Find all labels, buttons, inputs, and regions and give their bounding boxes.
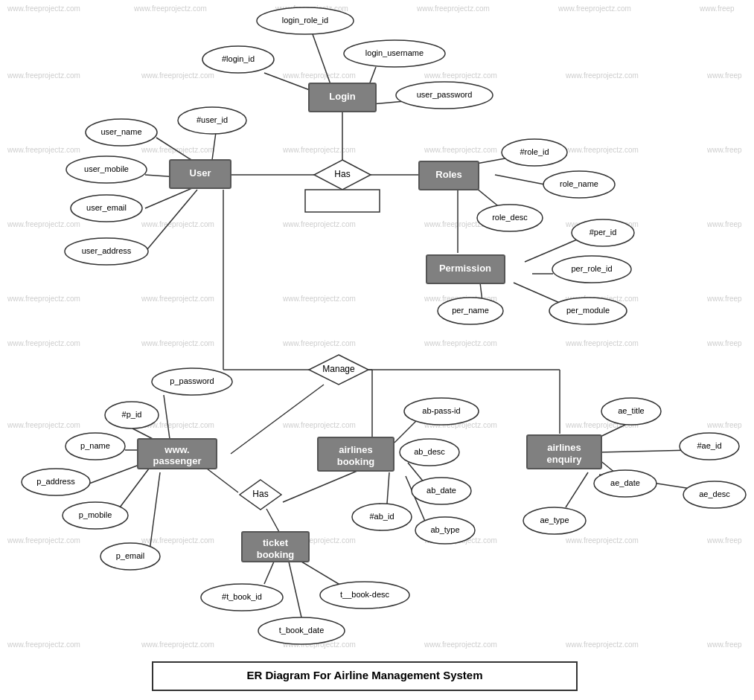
attr-p-id-label: #p_id bbox=[122, 410, 142, 419]
attr-user-password-label: user_password bbox=[417, 90, 473, 99]
attr-ab-desc-label: ab_desc bbox=[414, 447, 445, 456]
attr-per-module-label: per_module bbox=[566, 306, 610, 315]
watermark: www.freeprojectz.com bbox=[7, 4, 80, 13]
watermark: www.freeprojectz.com bbox=[7, 339, 80, 347]
attr-user-id-label: #user_id bbox=[197, 115, 228, 124]
line-user-useraddress bbox=[147, 190, 197, 249]
watermark: www.freeprojectz.com bbox=[424, 640, 497, 649]
attr-p-address-label: p_address bbox=[36, 477, 75, 486]
line-ticket-tbookdate bbox=[289, 562, 301, 617]
attr-p-email-label: p_email bbox=[116, 551, 145, 560]
attr-login-role-id-label: login_role_id bbox=[282, 16, 328, 25]
watermark: www.freep bbox=[699, 4, 735, 13]
watermark: www.freep bbox=[706, 146, 742, 154]
watermark: www.freeprojectz.com bbox=[416, 4, 490, 13]
diagram-title: ER Diagram For Airline Management System bbox=[246, 669, 482, 681]
attr-ae-desc-label: ae_desc bbox=[699, 489, 730, 498]
watermark: www.freeprojectz.com bbox=[282, 421, 356, 429]
attr-ae-date-label: ae_date bbox=[610, 478, 640, 487]
attr-login-id-label: #login_id bbox=[222, 54, 255, 63]
watermark: www.freeprojectz.com bbox=[133, 4, 207, 13]
line-book-abid bbox=[387, 472, 389, 504]
watermark: www.freep bbox=[706, 71, 742, 80]
line-user-useremail bbox=[145, 186, 197, 208]
line-booking-has2 bbox=[283, 471, 357, 502]
attr-ae-title-label: ae_title bbox=[618, 406, 644, 415]
watermark: www.freeprojectz.com bbox=[141, 71, 214, 80]
attr-role-name-label: role_name bbox=[560, 179, 598, 188]
watermark: www.freeprojectz.com bbox=[282, 295, 356, 303]
diamond-manage-label: Manage bbox=[322, 364, 355, 374]
watermark: www.freeprojectz.com bbox=[141, 146, 214, 154]
attr-ae-type-label: ae_type bbox=[540, 516, 569, 524]
diamond-has1-label: Has bbox=[334, 169, 350, 179]
attr-ab-date-label: ab_date bbox=[426, 486, 456, 495]
watermark: www.freeprojectz.com bbox=[7, 220, 80, 228]
watermark: www.freep bbox=[706, 339, 742, 347]
entity-login-label: Login bbox=[329, 91, 355, 102]
entity-passenger-label2: passenger bbox=[153, 455, 201, 466]
entity-roles-label: Roles bbox=[435, 169, 461, 180]
entity-ticket-booking-label1: ticket bbox=[263, 537, 289, 548]
attr-t-book-date-label: t_book_date bbox=[279, 626, 325, 635]
watermark: www.freeprojectz.com bbox=[424, 339, 497, 347]
attr-ae-id-label: #ae_id bbox=[697, 441, 721, 450]
attr-p-mobile-label: p_mobile bbox=[79, 510, 112, 519]
watermark: www.freeprojectz.com bbox=[7, 71, 80, 80]
attr-user-mobile-label: user_mobile bbox=[84, 164, 129, 173]
attr-t-book-id-label: #t_book_id bbox=[222, 592, 262, 601]
watermark: www.freeprojectz.com bbox=[7, 536, 80, 545]
entity-passenger-label1: www. bbox=[164, 444, 189, 455]
attr-user-name-label: user_name bbox=[100, 127, 141, 136]
watermark: www.freep bbox=[706, 640, 742, 649]
watermark: www.freeprojectz.com bbox=[282, 220, 356, 228]
watermark: www.freeprojectz.com bbox=[7, 640, 80, 649]
watermark: www.freeprojectz.com bbox=[7, 295, 80, 303]
entity-airlines-enquiry-label1: airlines bbox=[547, 442, 581, 453]
attr-ab-type-label: ab_type bbox=[430, 525, 459, 534]
watermark: www.freeprojectz.com bbox=[7, 146, 80, 154]
entity-airlines-booking-label1: airlines bbox=[339, 444, 373, 455]
watermark: www.freeprojectz.com bbox=[565, 536, 639, 545]
watermark: www.freeprojectz.com bbox=[565, 640, 639, 649]
watermark: www.freeprojectz.com bbox=[7, 421, 80, 429]
entity-permission-label: Permission bbox=[439, 263, 491, 274]
watermark: www.freeprojectz.com bbox=[282, 339, 356, 347]
attr-user-email-label: user_email bbox=[86, 203, 127, 212]
watermark: www.freeprojectz.com bbox=[565, 339, 639, 347]
line-has2-ticket bbox=[266, 509, 279, 532]
line-pass-ppassword bbox=[164, 395, 170, 439]
watermark: www.freeprojectz.com bbox=[141, 220, 214, 228]
attr-t-book-desc-label: t__book-desc bbox=[340, 590, 390, 599]
attr-per-name-label: per_name bbox=[452, 306, 489, 315]
watermark: www.freeprojectz.com bbox=[424, 146, 497, 154]
line-enq-aetype bbox=[566, 472, 588, 507]
attr-ab-pass-id-label: ab-pass-id bbox=[422, 406, 460, 415]
attr-ab-id-label: #ab_id bbox=[369, 512, 394, 521]
attr-role-desc-label: role_desc bbox=[492, 213, 528, 222]
line-manage-passenger bbox=[231, 385, 324, 454]
line-ticket-tbookid bbox=[264, 562, 274, 584]
watermark: www.freeprojectz.com bbox=[141, 339, 214, 347]
line-roles-rolename bbox=[495, 175, 545, 184]
watermark: www.freep bbox=[706, 295, 742, 303]
entity-airlines-enquiry-label2: enquiry bbox=[547, 454, 583, 465]
attr-role-id-label: #role_id bbox=[520, 147, 549, 156]
watermark: www.freeprojectz.com bbox=[557, 4, 631, 13]
line-enq-aeid bbox=[599, 450, 692, 452]
watermark: www.freeprojectz.com bbox=[282, 146, 356, 154]
watermark: www.freep bbox=[706, 536, 742, 545]
watermark: www.freep bbox=[706, 220, 742, 228]
watermark: www.freeprojectz.com bbox=[424, 71, 497, 80]
attr-login-username-label: login_username bbox=[365, 48, 424, 57]
attr-p-password-label: p_password bbox=[170, 376, 214, 385]
watermark: www.freeprojectz.com bbox=[565, 146, 639, 154]
watermark: www.freep bbox=[706, 421, 742, 429]
entity-airlines-booking-label2: booking bbox=[337, 456, 375, 467]
entity-ticket-booking-label2: booking bbox=[257, 549, 295, 560]
watermark: www.freeprojectz.com bbox=[282, 71, 356, 80]
watermark: www.freeprojectz.com bbox=[565, 71, 639, 80]
diamond-has2-label: Has bbox=[252, 489, 268, 499]
attr-p-name-label: p_name bbox=[80, 441, 110, 450]
attr-per-id-label: #per_id bbox=[590, 228, 617, 237]
